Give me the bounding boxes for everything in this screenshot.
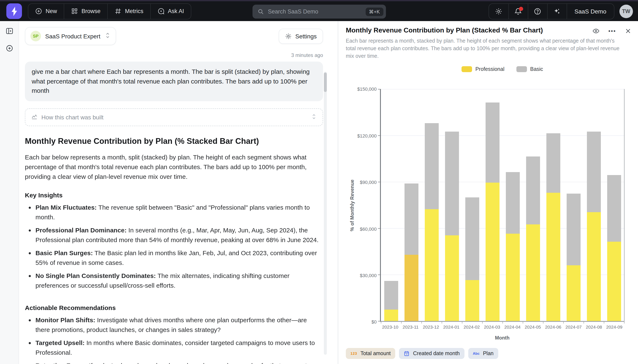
settings-label: Settings — [295, 33, 317, 40]
bar-segment-professional[interactable] — [465, 280, 479, 321]
y-axis-tick — [378, 275, 381, 275]
lightning-bolt-icon — [10, 6, 18, 16]
bar-2024-08[interactable] — [587, 89, 601, 321]
bar-2023-11[interactable] — [404, 89, 418, 321]
bar-segment-professional[interactable] — [607, 242, 621, 321]
eye-icon — [592, 28, 599, 34]
bar-segment-professional[interactable] — [526, 224, 540, 321]
bar-column-2023-10 — [381, 89, 401, 321]
list-item: Targeted Upsell: In months where Basic d… — [36, 338, 323, 358]
global-search-input[interactable]: Search SaaS Demo ⌘+K — [252, 5, 386, 18]
search-icon — [257, 8, 264, 15]
app-logo[interactable] — [6, 3, 22, 19]
bars-container — [381, 89, 624, 321]
x-axis-label: 2024-01 — [441, 324, 462, 330]
bar-segment-professional[interactable] — [566, 266, 580, 321]
bar-segment-professional[interactable] — [485, 183, 499, 321]
bar-2024-01[interactable] — [445, 89, 459, 321]
top-navbar: New Browse Metrics Ask AI Search SaaS De… — [0, 0, 638, 21]
x-axis-tick — [543, 321, 543, 324]
bar-segment-professional[interactable] — [404, 254, 418, 321]
main-nav: New Browse Metrics Ask AI — [28, 3, 191, 19]
bar-2024-07[interactable] — [566, 89, 580, 321]
bar-segment-professional[interactable] — [506, 234, 520, 321]
close-panel-button[interactable] — [625, 28, 631, 34]
x-axis-tick — [442, 321, 442, 324]
bar-2024-03[interactable] — [485, 89, 499, 321]
bar-2023-10[interactable] — [384, 89, 398, 321]
chart-panel: Monthly Revenue Contribution by Plan (St… — [338, 21, 638, 364]
panel-expand-icon — [5, 27, 13, 35]
bar-segment-basic[interactable] — [526, 156, 540, 224]
x-axis-tick — [583, 321, 584, 324]
bar-2024-06[interactable] — [546, 89, 560, 321]
chat-scrollbar-thumb[interactable] — [324, 72, 327, 92]
bar-segment-basic[interactable] — [506, 172, 520, 234]
notifications-button[interactable] — [508, 4, 528, 19]
legend-item-basic[interactable]: Basic — [516, 66, 543, 72]
toggle-sidebar-button[interactable] — [5, 27, 13, 37]
bar-column-2024-07 — [563, 89, 583, 321]
bar-segment-basic[interactable] — [485, 102, 499, 183]
bar-segment-basic[interactable] — [465, 198, 479, 280]
field-tag-created-date-month[interactable]: Created date month — [399, 348, 464, 359]
plus-circle-icon — [35, 8, 42, 15]
bar-segment-basic[interactable] — [425, 123, 439, 209]
x-axis-title: Month — [380, 336, 624, 340]
org-menu-button[interactable]: SaaS Demo — [566, 4, 614, 19]
x-axis-label: 2024-07 — [563, 324, 584, 330]
bar-segment-basic[interactable] — [384, 281, 398, 310]
bar-segment-professional[interactable] — [445, 235, 459, 321]
legend-swatch — [516, 66, 527, 72]
bar-column-2024-03 — [482, 89, 502, 321]
abc-icon: Abc — [473, 351, 480, 356]
bar-segment-basic[interactable] — [566, 194, 580, 266]
nav-browse-button[interactable]: Browse — [64, 4, 107, 19]
bar-2023-12[interactable] — [425, 89, 439, 321]
nav-metrics-button[interactable]: Metrics — [107, 4, 150, 19]
x-axis-tick — [421, 321, 422, 324]
new-thread-button[interactable] — [5, 44, 13, 54]
field-tags-row: 123Total amountCreated date monthAbcPlan — [346, 348, 631, 360]
ai-sparkles-button[interactable] — [547, 4, 566, 19]
bar-segment-basic[interactable] — [587, 132, 601, 212]
x-axis-label: 2024-02 — [462, 324, 482, 330]
bar-segment-basic[interactable] — [546, 133, 560, 193]
agent-selector[interactable]: SP SaaS Product Expert — [25, 27, 116, 45]
bar-2024-04[interactable] — [506, 89, 520, 321]
notification-dot — [519, 6, 523, 11]
nav-ask-ai-button[interactable]: Ask AI — [150, 4, 191, 19]
bar-column-2024-09 — [604, 89, 624, 321]
how-chart-built-expander[interactable]: How this chart was built — [25, 108, 323, 126]
bar-segment-basic[interactable] — [445, 132, 459, 235]
help-button[interactable] — [528, 4, 547, 19]
line-chart-icon — [31, 114, 38, 120]
more-options-button[interactable]: ••• — [608, 28, 616, 34]
x-axis-label: 2024-04 — [502, 324, 523, 330]
settings-gear-button[interactable] — [489, 4, 508, 19]
field-tag-plan[interactable]: AbcPlan — [468, 348, 498, 359]
preview-eye-button[interactable] — [592, 28, 599, 34]
legend-item-professional[interactable]: Professional — [462, 66, 505, 72]
bar-segment-professional[interactable] — [425, 209, 439, 321]
bar-segment-basic[interactable] — [607, 175, 621, 242]
chart-panel-description: Each bar represents a month, stacked by … — [346, 37, 624, 60]
y-axis-tick-label: $90,000 — [360, 180, 377, 185]
bar-2024-05[interactable] — [526, 89, 540, 321]
field-tag-total-amount[interactable]: 123Total amount — [346, 348, 395, 359]
bar-column-2024-04 — [502, 89, 523, 321]
bar-2024-02[interactable] — [465, 89, 479, 321]
x-axis-tick — [624, 321, 624, 324]
bar-segment-basic[interactable] — [404, 184, 418, 254]
avatar-initials: TW — [622, 8, 630, 14]
bar-segment-professional[interactable] — [587, 212, 601, 321]
x-axis-label: 2024-08 — [584, 324, 604, 330]
bar-segment-professional[interactable] — [546, 193, 560, 321]
grid-icon — [71, 8, 78, 15]
bar-2024-09[interactable] — [607, 89, 621, 321]
nav-new-button[interactable]: New — [28, 4, 64, 19]
bar-segment-professional[interactable] — [384, 310, 398, 321]
search-placeholder: Search SaaS Demo — [268, 8, 361, 15]
user-avatar[interactable]: TW — [619, 4, 633, 18]
agent-settings-button[interactable]: Settings — [279, 28, 323, 44]
